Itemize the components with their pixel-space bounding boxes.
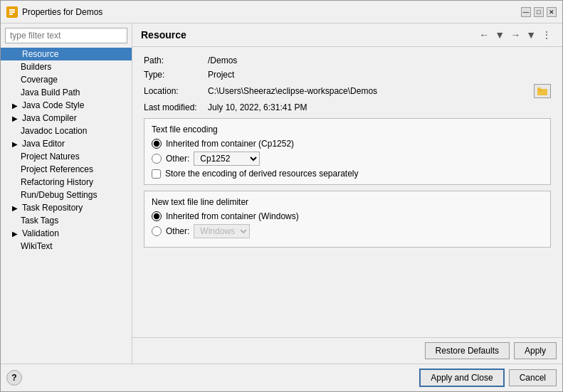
derived-encoding-checkbox[interactable] (152, 169, 161, 179)
sidebar-item-coverage[interactable]: Coverage (1, 73, 132, 86)
window-controls: — □ ✕ (521, 7, 557, 17)
minimize-button[interactable]: — (521, 7, 531, 17)
bottom-bar: Restore Defaults Apply (132, 337, 562, 364)
content-title: Resource (141, 29, 186, 41)
sidebar-item-java-compiler[interactable]: ▶ Java Compiler (1, 112, 132, 125)
path-row: Path: /Demos (144, 55, 551, 65)
text-encoding-title: Text file encoding (152, 125, 543, 134)
nav-dropdown2-button[interactable]: ▼ (524, 28, 538, 42)
line-delimiter-title: New text file line delimiter (152, 197, 543, 207)
type-row: Type: Project (144, 70, 551, 80)
content-body: Path: /Demos Type: Project Location: C:\… (132, 47, 562, 337)
sidebar-item-label: Task Repository (22, 203, 83, 213)
sidebar: Resource Builders Coverage Java Build Pa… (1, 23, 132, 364)
content-header: Resource ← ▼ → ▼ ⋮ (132, 23, 562, 47)
sidebar-item-label: Run/Debug Settings (21, 190, 97, 200)
sidebar-item-refactoring-history[interactable]: Refactoring History (1, 176, 132, 189)
svg-rect-2 (9, 11, 15, 13)
location-browse-button[interactable] (534, 84, 551, 98)
sidebar-item-label: Java Code Style (22, 100, 84, 110)
path-label: Path: (144, 55, 208, 65)
window-icon (6, 6, 18, 18)
content-area: Resource ← ▼ → ▼ ⋮ Path: /Demos Typ (132, 23, 562, 364)
sidebar-item-label: Builders (21, 62, 51, 72)
cancel-button[interactable]: Cancel (509, 369, 557, 386)
footer-bar: ? Apply and Close Cancel (1, 364, 562, 391)
delimiter-inherited-radio[interactable] (152, 211, 162, 221)
sidebar-item-resource[interactable]: Resource (1, 48, 132, 60)
titlebar: Properties for Demos — □ ✕ (1, 1, 562, 23)
encoding-radio1-row: Inherited from container (Cp1252) (152, 139, 543, 149)
footer-left: ? (6, 370, 22, 386)
tree-expand-arrow: ▶ (12, 140, 21, 148)
close-button[interactable]: ✕ (547, 7, 557, 17)
delimiter-radio1-row: Inherited from container (Windows) (152, 211, 543, 221)
path-value: /Demos (208, 55, 237, 65)
sidebar-item-validation[interactable]: ▶ Validation (1, 227, 132, 240)
sidebar-item-javadoc-location[interactable]: Javadoc Location (1, 125, 132, 137)
encoding-inherited-radio[interactable] (152, 139, 162, 149)
sidebar-item-label: Javadoc Location (21, 126, 87, 136)
sidebar-item-task-repository[interactable]: ▶ Task Repository (1, 201, 132, 214)
last-modified-label: Last modified: (144, 102, 208, 112)
main-window: Properties for Demos — □ ✕ Resource Buil… (0, 0, 563, 392)
delimiter-dropdown[interactable]: Windows Unix Mac (194, 224, 250, 238)
tree-expand-arrow: ▶ (12, 204, 21, 212)
apply-button[interactable]: Apply (514, 342, 557, 359)
derived-encoding-label: Store the encoding of derived resources … (165, 169, 359, 179)
tree-expand-arrow: ▶ (12, 115, 21, 122)
help-button[interactable]: ? (6, 370, 22, 386)
encoding-other-label: Other: (166, 154, 189, 164)
type-value: Project (208, 70, 234, 80)
nav-dropdown-button[interactable]: ▼ (493, 28, 507, 42)
restore-defaults-button[interactable]: Restore Defaults (425, 342, 510, 359)
delimiter-inherited-label: Inherited from container (Windows) (166, 211, 299, 221)
type-label: Type: (144, 70, 208, 80)
delimiter-radio2-row: Other: Windows Unix Mac (152, 224, 543, 238)
sidebar-item-project-references[interactable]: Project References (1, 163, 132, 176)
sidebar-tree: Resource Builders Coverage Java Build Pa… (1, 48, 132, 364)
filter-input[interactable] (5, 28, 127, 43)
encoding-dropdown[interactable]: Cp1252 UTF-8 UTF-16 ISO-8859-1 (194, 152, 260, 166)
window-title: Properties for Demos (22, 7, 521, 17)
svg-rect-6 (537, 88, 541, 90)
sidebar-item-label: Resource (22, 49, 58, 59)
encoding-radio2-row: Other: Cp1252 UTF-8 UTF-16 ISO-8859-1 (152, 152, 543, 166)
sidebar-item-task-tags[interactable]: Task Tags (1, 214, 132, 227)
encoding-checkbox-row: Store the encoding of derived resources … (152, 169, 543, 179)
sidebar-item-label: Coverage (21, 75, 58, 85)
tree-expand-arrow: ▶ (12, 230, 21, 238)
text-encoding-section: Text file encoding Inherited from contai… (144, 118, 551, 185)
footer-right: Apply and Close Cancel (419, 369, 557, 387)
sidebar-item-label: WikiText (21, 241, 53, 251)
apply-and-close-button[interactable]: Apply and Close (419, 369, 504, 387)
nav-forward-button[interactable]: → (508, 28, 522, 42)
sidebar-item-wikitext[interactable]: WikiText (1, 240, 132, 253)
location-value: C:\Users\Sheeraz\eclipse-workspace\Demos (208, 86, 531, 96)
svg-rect-1 (9, 9, 15, 11)
sidebar-item-project-natures[interactable]: Project Natures (1, 150, 132, 163)
sidebar-item-java-build-path[interactable]: Java Build Path (1, 86, 132, 99)
location-row: Location: C:\Users\Sheeraz\eclipse-works… (144, 84, 551, 98)
sidebar-item-run-debug[interactable]: Run/Debug Settings (1, 189, 132, 201)
delimiter-other-label: Other: (166, 226, 189, 236)
sidebar-item-label: Refactoring History (21, 177, 93, 187)
delimiter-other-radio[interactable] (152, 226, 162, 236)
nav-back-button[interactable]: ← (477, 28, 491, 42)
maximize-button[interactable]: □ (534, 7, 544, 17)
sidebar-item-label: Java Compiler (22, 113, 77, 123)
last-modified-value: July 10, 2022, 6:31:41 PM (208, 102, 307, 112)
last-modified-row: Last modified: July 10, 2022, 6:31:41 PM (144, 102, 551, 112)
sidebar-item-label: Validation (22, 228, 59, 238)
tree-expand-arrow: ▶ (12, 102, 21, 110)
sidebar-item-label: Project Natures (21, 152, 80, 161)
encoding-other-radio[interactable] (152, 154, 162, 164)
sidebar-item-java-code-style[interactable]: ▶ Java Code Style (1, 99, 132, 112)
encoding-inherited-label: Inherited from container (Cp1252) (166, 139, 294, 149)
sidebar-item-label: Java Editor (22, 139, 65, 149)
nav-menu-button[interactable]: ⋮ (540, 28, 554, 42)
sidebar-item-java-editor[interactable]: ▶ Java Editor (1, 137, 132, 150)
content-nav: ← ▼ → ▼ ⋮ (477, 28, 554, 42)
sidebar-item-builders[interactable]: Builders (1, 60, 132, 73)
sidebar-item-label: Task Tags (21, 216, 58, 226)
